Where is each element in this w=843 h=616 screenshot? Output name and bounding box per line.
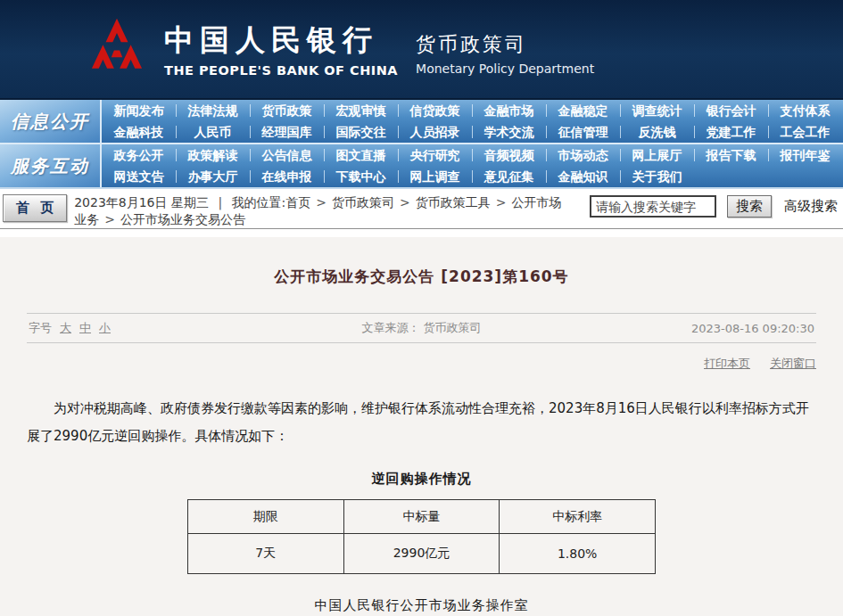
nav-menu-item[interactable]: 关于我们 xyxy=(620,166,694,187)
table-body: 7天 2990亿元 1.80% xyxy=(188,534,656,574)
nav-menu-item[interactable]: 网送文告 xyxy=(102,166,176,187)
breadcrumb-divider: | xyxy=(212,195,227,209)
print-page-link[interactable]: 打印本页 xyxy=(704,356,750,372)
nav-band-info: 信息公开 新闻发布法律法规货币政策宏观审慎信贷政策金融市场金融稳定调查统计银行会… xyxy=(0,100,843,143)
advanced-search-link[interactable]: 高级搜索 xyxy=(784,198,838,215)
nav-menu-item[interactable]: 学术交流 xyxy=(472,121,546,143)
nav-menu-item[interactable]: 反洗钱 xyxy=(620,121,694,143)
home-button[interactable]: 首 页 xyxy=(3,194,67,222)
nav-menu-item[interactable]: 法律法规 xyxy=(176,100,250,121)
pboc-page: 中国人民银行 THE PEOPLE'S BANK OF CHINA 货币政策司 … xyxy=(0,0,843,616)
article-content: 公开市场业务交易公告 [2023]第160号 字号 大 中 小 文章来源： 货币… xyxy=(0,237,843,616)
nav-section-service-interaction[interactable]: 服务互动 xyxy=(0,144,102,187)
nav-band-service: 服务互动 政务公开政策解读公告信息图文直播央行研究音频视频市场动态网上展厅报告下… xyxy=(0,143,843,187)
reverse-repo-table: 期限中标量中标利率 7天 2990亿元 1.80% xyxy=(187,499,656,574)
breadcrumb-bar: 首 页 2023年8月16日 星期三 | 我的位置:首页>货币政策司>货币政策工… xyxy=(0,189,843,229)
font-size-medium-link[interactable]: 中 xyxy=(79,320,91,336)
nav-menu-item[interactable]: 意见征集 xyxy=(472,166,546,187)
nav-menu-item[interactable]: 公告信息 xyxy=(250,144,324,166)
nav-menu-item[interactable]: 银行会计 xyxy=(694,100,768,121)
nav-menu-item[interactable]: 工会工作 xyxy=(768,121,842,143)
nav-rows-service: 政务公开政策解读公告信息图文直播央行研究音频视频市场动态网上展厅报告下载报刊年鉴… xyxy=(102,144,843,187)
nav-menu-item[interactable]: 经理国库 xyxy=(250,121,324,143)
nav-menu-item[interactable]: 下载中心 xyxy=(324,166,398,187)
nav-menu-item[interactable]: 报刊年鉴 xyxy=(768,144,842,166)
nav-menu-item[interactable]: 金融稳定 xyxy=(546,100,620,121)
nav-menu-item[interactable]: 办事大厅 xyxy=(176,166,250,187)
search-button[interactable]: 搜索 xyxy=(727,195,772,218)
nav-menu-item[interactable]: 国际交往 xyxy=(324,121,398,143)
bank-name-block: 中国人民银行 THE PEOPLE'S BANK OF CHINA xyxy=(164,21,398,78)
nav-menu-item[interactable]: 金融市场 xyxy=(472,100,546,121)
article-signature: 中国人民银行公开市场业务操作室 xyxy=(27,597,816,614)
search-input[interactable] xyxy=(590,195,716,218)
breadcrumb: 2023年8月16日 星期三 | 我的位置:首页>货币政策司>货币政策工具>公开… xyxy=(74,193,566,228)
font-size-controls: 字号 大 中 小 xyxy=(29,320,274,336)
table-cell-rate: 1.80% xyxy=(500,534,656,574)
breadcrumb-separator: > xyxy=(310,195,332,209)
breadcrumb-link[interactable]: 货币政策工具 xyxy=(416,195,491,209)
department-name-en: Monetary Policy Department xyxy=(416,62,594,76)
nav-rows-info: 新闻发布法律法规货币政策宏观审慎信贷政策金融市场金融稳定调查统计银行会计支付体系… xyxy=(102,100,843,143)
article-datetime: 2023-08-16 09:20:30 xyxy=(569,322,814,335)
table-header-cell: 中标利率 xyxy=(500,500,656,534)
nav-menu-item[interactable]: 征信管理 xyxy=(546,121,620,143)
breadcrumb-date: 2023年8月16日 星期三 xyxy=(74,195,209,209)
nav-menu-item[interactable]: 新闻发布 xyxy=(102,100,176,121)
nav-menu-item[interactable]: 在线申报 xyxy=(250,166,324,187)
font-size-label: 字号 xyxy=(29,320,52,336)
nav-section-info-disclosure[interactable]: 信息公开 xyxy=(0,100,102,143)
nav-menu-item[interactable]: 货币政策 xyxy=(250,100,324,121)
bank-name-en: THE PEOPLE'S BANK OF CHINA xyxy=(164,63,398,78)
nav-menu-item[interactable]: 人员招录 xyxy=(398,121,472,143)
article-meta-bar: 字号 大 中 小 文章来源： 货币政策司 2023-08-16 09:20:30 xyxy=(27,313,816,343)
table-cell-volume: 2990亿元 xyxy=(343,534,500,574)
breadcrumb-separator: > xyxy=(491,195,512,209)
nav-menu-item[interactable]: 政务公开 xyxy=(102,144,176,166)
operation-table-title: 逆回购操作情况 xyxy=(27,471,816,488)
nav-menu-item[interactable]: 网上展厅 xyxy=(620,144,694,166)
window-links: 打印本页 关闭窗口 xyxy=(27,356,816,372)
nav-row: 政务公开政策解读公告信息图文直播央行研究音频视频市场动态网上展厅报告下载报刊年鉴 xyxy=(102,144,843,166)
nav-menu-item[interactable]: 宏观审慎 xyxy=(324,100,398,121)
breadcrumb-link[interactable]: 公开市场业务交易公告 xyxy=(120,212,245,226)
nav-menu-item[interactable]: 报告下载 xyxy=(694,144,768,166)
nav-menu-item[interactable]: 支付体系 xyxy=(768,100,842,121)
department-name-block: 货币政策司 Monetary Policy Department xyxy=(416,22,594,76)
nav-menu-item[interactable]: 金融知识 xyxy=(546,166,620,187)
font-size-large-link[interactable]: 大 xyxy=(60,320,71,336)
site-header: 中国人民银行 THE PEOPLE'S BANK OF CHINA 货币政策司 … xyxy=(0,0,843,98)
pboc-logo-icon xyxy=(82,14,152,84)
nav-row: 新闻发布法律法规货币政策宏观审慎信贷政策金融市场金融稳定调查统计银行会计支付体系 xyxy=(102,100,843,121)
nav-menu-item[interactable]: 网上调查 xyxy=(398,166,472,187)
table-row: 7天 2990亿元 1.80% xyxy=(188,534,656,574)
nav-menu-item[interactable]: 人民币 xyxy=(176,121,250,143)
nav-menu-item[interactable]: 央行研究 xyxy=(398,144,472,166)
nav-menu-item[interactable]: 信贷政策 xyxy=(398,100,472,121)
table-header-cell: 中标量 xyxy=(343,500,500,534)
font-size-small-link[interactable]: 小 xyxy=(99,320,111,336)
nav-menu-item[interactable]: 市场动态 xyxy=(546,144,620,166)
close-window-link[interactable]: 关闭窗口 xyxy=(770,356,816,372)
table-header-cell: 期限 xyxy=(188,500,344,534)
article-paragraph: 为对冲税期高峰、政府债券发行缴款等因素的影响，维护银行体系流动性合理充裕，202… xyxy=(27,395,816,450)
main-nav: 信息公开 新闻发布法律法规货币政策宏观审慎信贷政策金融市场金融稳定调查统计银行会… xyxy=(0,98,843,189)
article-source: 文章来源： 货币政策司 xyxy=(274,320,568,336)
bank-name-cn: 中国人民银行 xyxy=(164,21,398,61)
nav-menu-item[interactable]: 音频视频 xyxy=(472,144,546,166)
department-name-cn: 货币政策司 xyxy=(416,31,594,58)
nav-menu-item[interactable]: 金融科技 xyxy=(102,121,176,143)
search-zone: 搜索 高级搜索 xyxy=(590,193,838,218)
nav-menu-item[interactable]: 调查统计 xyxy=(620,100,694,121)
breadcrumb-location-label[interactable]: 我的位置:首页 xyxy=(232,195,311,209)
table-cell-term: 7天 xyxy=(188,534,344,574)
nav-menu-item[interactable]: 图文直播 xyxy=(324,144,398,166)
nav-menu-item[interactable]: 政策解读 xyxy=(176,144,250,166)
breadcrumb-separator: > xyxy=(394,195,416,209)
breadcrumb-link[interactable]: 货币政策司 xyxy=(332,195,394,209)
article-title: 公开市场业务交易公告 [2023]第160号 xyxy=(27,267,816,287)
table-header-row: 期限中标量中标利率 xyxy=(188,500,656,534)
breadcrumb-separator: > xyxy=(99,212,120,226)
nav-menu-item[interactable]: 党建工作 xyxy=(694,121,768,143)
nav-row: 金融科技人民币经理国库国际交往人员招录学术交流征信管理反洗钱党建工作工会工作 xyxy=(102,121,843,143)
